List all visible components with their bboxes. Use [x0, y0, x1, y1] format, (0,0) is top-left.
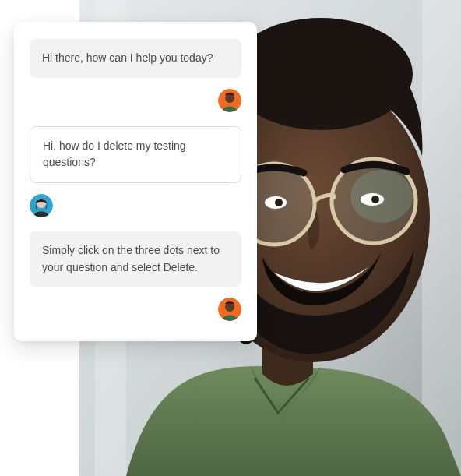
chat-message-agent: Hi there, how can I help you today?: [30, 39, 241, 78]
chat-bubble: Simply click on the three dots next to y…: [30, 231, 241, 287]
chat-text: Hi, how do I delete my testing questions…: [43, 139, 186, 169]
avatar-row: [30, 194, 241, 217]
user-avatar: [30, 194, 53, 217]
chat-bubble: Hi there, how can I help you today?: [30, 39, 241, 78]
chat-message-user: Hi, how do I delete my testing questions…: [30, 126, 241, 183]
svg-point-11: [371, 196, 379, 203]
chat-message-agent: Simply click on the three dots next to y…: [30, 231, 241, 287]
svg-point-9: [275, 199, 283, 206]
agent-avatar: [218, 298, 241, 321]
chat-bubble: Hi, how do I delete my testing questions…: [30, 126, 241, 183]
agent-avatar: [218, 89, 241, 112]
avatar-row: [30, 298, 241, 321]
chat-panel: Hi there, how can I help you today? Hi, …: [14, 22, 257, 341]
chat-text: Hi there, how can I help you today?: [42, 51, 213, 64]
chat-text: Simply click on the three dots next to y…: [42, 244, 220, 273]
avatar-row: [30, 89, 241, 112]
